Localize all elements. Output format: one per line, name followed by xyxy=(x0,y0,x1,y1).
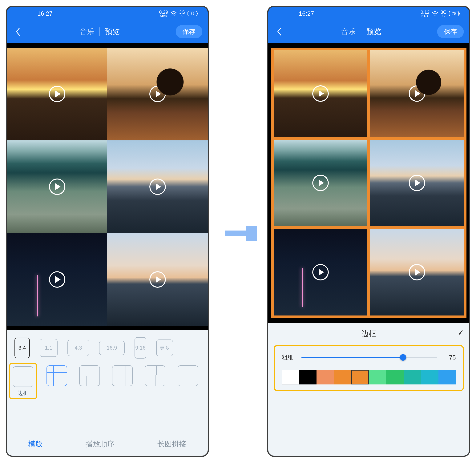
video-cell[interactable] xyxy=(107,48,208,140)
bottom-tabs: 模版 播放顺序 长图拼接 xyxy=(7,432,208,456)
slider-thumb[interactable] xyxy=(400,354,406,361)
layout-border[interactable]: 边框 xyxy=(9,363,37,399)
color-swatch[interactable] xyxy=(386,370,403,384)
status-bar: 16:27 0.29KB/S 3G↑↓ 75 xyxy=(7,7,208,20)
separator xyxy=(99,27,100,36)
header: 音乐 预览 保存 xyxy=(7,20,208,43)
ratio-9-16[interactable]: 9:16 xyxy=(134,337,146,359)
battery-icon: 75 xyxy=(188,11,199,16)
status-speed-unit: KB/S xyxy=(421,14,429,17)
status-bar: 16:27 0.12KB/S 3G↑↓ 75 xyxy=(268,7,469,20)
header: 音乐 预览 保存 xyxy=(268,20,469,43)
video-cell[interactable] xyxy=(370,50,464,137)
layout-grid-c[interactable] xyxy=(145,365,165,386)
battery-icon: 75 xyxy=(449,11,460,16)
header-tab-preview[interactable]: 预览 xyxy=(367,27,381,36)
arrow-icon xyxy=(225,225,257,242)
border-panel: 边框 ✓ 粗细 75 xyxy=(268,323,469,456)
status-speed: 0.12 xyxy=(421,10,429,14)
layout-grid-3x3[interactable] xyxy=(47,365,67,386)
layout-grid-b[interactable] xyxy=(112,365,133,386)
video-cell[interactable] xyxy=(7,48,107,140)
template-panel: 3:4 1:1 4:3 16:9 9:16 更多 边框 xyxy=(7,330,208,456)
video-cell[interactable] xyxy=(7,140,107,233)
play-icon xyxy=(312,85,329,102)
play-icon xyxy=(49,178,65,195)
svg-rect-1 xyxy=(246,226,257,241)
video-cell[interactable] xyxy=(274,140,367,226)
separator xyxy=(361,27,361,36)
status-speed: 0.29 xyxy=(159,10,168,14)
play-icon xyxy=(149,271,166,288)
play-icon xyxy=(149,178,166,195)
phone-left: 16:27 0.29KB/S 3G↑↓ 75 音乐 预览 保存 xyxy=(6,6,209,457)
video-cell[interactable] xyxy=(107,140,208,233)
status-net: 3G xyxy=(440,10,447,14)
layout-border-label: 边框 xyxy=(18,390,28,397)
color-swatch[interactable] xyxy=(404,370,421,384)
video-cell[interactable] xyxy=(274,229,367,315)
header-tab-music[interactable]: 音乐 xyxy=(341,27,356,36)
tab-order[interactable]: 播放顺序 xyxy=(85,439,115,449)
save-button[interactable]: 保存 xyxy=(437,25,464,38)
back-button[interactable] xyxy=(274,26,285,37)
save-button[interactable]: 保存 xyxy=(176,25,202,38)
wifi-icon xyxy=(170,11,177,16)
svg-rect-0 xyxy=(225,231,246,236)
color-swatch[interactable] xyxy=(282,370,299,384)
color-swatch[interactable] xyxy=(334,370,351,384)
ratio-more[interactable]: 更多 xyxy=(156,339,173,356)
color-swatch[interactable] xyxy=(421,370,438,384)
ratio-3-4[interactable]: 3:4 xyxy=(14,338,30,358)
color-swatch[interactable] xyxy=(317,370,334,384)
play-icon xyxy=(409,175,425,191)
header-tab-music[interactable]: 音乐 xyxy=(80,27,94,36)
video-cell[interactable] xyxy=(370,140,464,226)
phone-right: 16:27 0.12KB/S 3G↑↓ 75 音乐 预览 保存 xyxy=(267,6,470,457)
thickness-slider[interactable] xyxy=(301,357,437,358)
ratio-4-3[interactable]: 4:3 xyxy=(67,340,89,356)
play-icon xyxy=(409,85,425,102)
color-swatches xyxy=(282,370,456,384)
border-controls: 粗细 75 xyxy=(274,345,464,391)
wifi-icon xyxy=(432,11,438,16)
play-icon xyxy=(49,86,65,102)
color-swatch[interactable] xyxy=(369,370,386,384)
svg-text:75: 75 xyxy=(452,12,456,15)
back-button[interactable] xyxy=(12,26,24,37)
color-swatch[interactable] xyxy=(351,370,369,384)
video-cell[interactable] xyxy=(7,233,107,326)
status-net: 3G xyxy=(179,10,185,14)
play-icon xyxy=(149,86,166,102)
layout-grid-d[interactable] xyxy=(178,365,198,386)
video-cell[interactable] xyxy=(370,229,464,315)
header-tab-preview[interactable]: 预览 xyxy=(105,27,120,36)
video-cell[interactable] xyxy=(107,233,208,326)
thickness-label: 粗细 xyxy=(282,353,294,361)
video-canvas xyxy=(7,43,208,330)
tab-long[interactable]: 长图拼接 xyxy=(157,439,186,449)
ratio-1-1[interactable]: 1:1 xyxy=(40,339,58,357)
svg-rect-3 xyxy=(197,12,198,14)
play-icon xyxy=(312,264,329,280)
svg-rect-6 xyxy=(459,12,460,14)
svg-text:75: 75 xyxy=(190,12,194,15)
video-cell[interactable] xyxy=(274,50,367,137)
border-panel-title: 边框 xyxy=(361,329,376,338)
play-icon xyxy=(409,264,425,280)
status-time: 16:27 xyxy=(37,10,53,17)
play-icon xyxy=(312,175,329,191)
confirm-button[interactable]: ✓ xyxy=(458,328,464,337)
video-canvas xyxy=(268,43,469,323)
play-icon xyxy=(49,271,65,288)
layout-grid-a[interactable] xyxy=(79,365,100,386)
color-swatch[interactable] xyxy=(439,370,456,384)
status-time: 16:27 xyxy=(299,10,314,17)
color-swatch[interactable] xyxy=(299,370,316,384)
thickness-value: 75 xyxy=(444,354,456,361)
status-speed-unit: KB/S xyxy=(160,14,167,17)
tab-template[interactable]: 模版 xyxy=(28,439,43,449)
ratio-16-9[interactable]: 16:9 xyxy=(99,341,125,355)
